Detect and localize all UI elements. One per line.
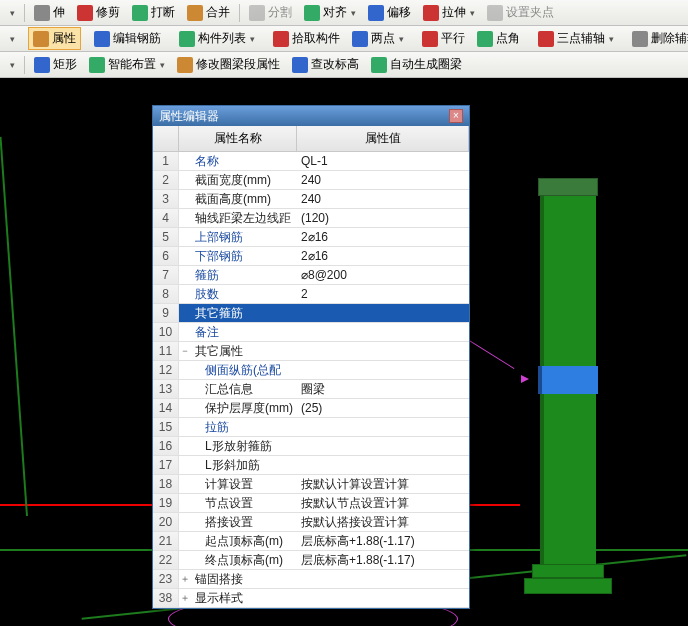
row-number: 38 xyxy=(153,589,179,607)
property-name: 保护层厚度(mm) xyxy=(191,400,297,417)
toolbar-label: 伸 xyxy=(53,4,65,21)
toolbar-矩形[interactable]: 矩形 xyxy=(29,53,82,76)
row-number: 4 xyxy=(153,209,179,227)
toolbar-lead[interactable]: ▾ xyxy=(4,57,20,73)
toolbar-拾取构件[interactable]: 拾取构件 xyxy=(268,27,345,50)
close-icon[interactable]: × xyxy=(449,109,463,123)
property-value[interactable]: ⌀8@200 xyxy=(297,268,469,282)
property-row[interactable]: 10备注 xyxy=(153,323,469,342)
property-row[interactable]: 22终点顶标高(m)层底标高+1.88(-1.17) xyxy=(153,551,469,570)
property-row[interactable]: 16L形放射箍筋 xyxy=(153,437,469,456)
property-row[interactable]: 4轴线距梁左边线距(120) xyxy=(153,209,469,228)
toolbar-点角[interactable]: 点角 xyxy=(472,27,525,50)
property-row[interactable]: 12侧面纵筋(总配 xyxy=(153,361,469,380)
property-row[interactable]: 1名称QL-1 xyxy=(153,152,469,171)
row-number: 23 xyxy=(153,570,179,588)
table-header: 属性名称 属性值 xyxy=(153,126,469,152)
toolbar-查改标高[interactable]: 查改标高 xyxy=(287,53,364,76)
property-row[interactable]: 11－其它属性 xyxy=(153,342,469,361)
toolbar-修剪[interactable]: 修剪 xyxy=(72,1,125,24)
property-value[interactable]: (25) xyxy=(297,401,469,415)
property-row[interactable]: 3截面高度(mm)240 xyxy=(153,190,469,209)
property-value[interactable]: 层底标高+1.88(-1.17) xyxy=(297,552,469,569)
property-value[interactable]: 2⌀16 xyxy=(297,249,469,263)
toolbar-自动生成圈梁[interactable]: 自动生成圈梁 xyxy=(366,53,467,76)
property-row[interactable]: 2截面宽度(mm)240 xyxy=(153,171,469,190)
property-row[interactable]: 23＋锚固搭接 xyxy=(153,570,469,589)
property-name: 名称 xyxy=(191,153,297,170)
toolbar-平行[interactable]: 平行 xyxy=(417,27,470,50)
toolbar-拉伸[interactable]: 拉伸▾ xyxy=(418,1,480,24)
expand-icon[interactable]: － xyxy=(179,344,191,358)
toolbar-label: 打断 xyxy=(151,4,175,21)
row-number: 16 xyxy=(153,437,179,455)
toolbar-lead[interactable]: ▾ xyxy=(4,5,20,21)
property-row[interactable]: 19节点设置按默认节点设置计算 xyxy=(153,494,469,513)
property-value[interactable]: (120) xyxy=(297,211,469,225)
property-value[interactable]: 按默认计算设置计算 xyxy=(297,476,469,493)
property-value[interactable]: 2 xyxy=(297,287,469,301)
toolbar-修改圈梁段属性[interactable]: 修改圈梁段属性 xyxy=(172,53,285,76)
property-value[interactable]: 240 xyxy=(297,173,469,187)
property-row[interactable]: 5上部钢筋2⌀16 xyxy=(153,228,469,247)
header-name: 属性名称 xyxy=(179,126,297,151)
tool-icon xyxy=(477,31,493,47)
toolbar-lead[interactable]: ▾ xyxy=(4,31,20,47)
toolbar-偏移[interactable]: 偏移 xyxy=(363,1,416,24)
toolbar-两点[interactable]: 两点▾ xyxy=(347,27,409,50)
toolbar-伸[interactable]: 伸 xyxy=(29,1,70,24)
row-number: 22 xyxy=(153,551,179,569)
toolbar-删除辅轴[interactable]: 删除辅轴 xyxy=(627,27,688,50)
toolbar-三点辅轴[interactable]: 三点辅轴▾ xyxy=(533,27,619,50)
property-value[interactable]: 按默认搭接设置计算 xyxy=(297,514,469,531)
toolbar-分割[interactable]: 分割 xyxy=(244,1,297,24)
toolbar-设置夹点[interactable]: 设置夹点 xyxy=(482,1,559,24)
property-row[interactable]: 18计算设置按默认计算设置计算 xyxy=(153,475,469,494)
row-number: 20 xyxy=(153,513,179,531)
tool-icon xyxy=(632,31,648,47)
property-row[interactable]: 17L形斜加筋 xyxy=(153,456,469,475)
toolbar-label: 矩形 xyxy=(53,56,77,73)
row-number: 13 xyxy=(153,380,179,398)
property-name: 肢数 xyxy=(191,286,297,303)
toolbar-合并[interactable]: 合并 xyxy=(182,1,235,24)
toolbar-属性[interactable]: 属性 xyxy=(28,27,81,50)
dialog-titlebar[interactable]: 属性编辑器 × xyxy=(153,106,469,126)
property-row[interactable]: 13汇总信息圈梁 xyxy=(153,380,469,399)
property-row[interactable]: 38＋显示样式 xyxy=(153,589,469,608)
ring-beam[interactable] xyxy=(538,366,598,394)
property-row[interactable]: 20搭接设置按默认搭接设置计算 xyxy=(153,513,469,532)
property-editor-dialog[interactable]: 属性编辑器 × 属性名称 属性值 1名称QL-12截面宽度(mm)2403截面高… xyxy=(152,105,470,609)
property-row[interactable]: 8肢数2 xyxy=(153,285,469,304)
toolbar-label: 属性 xyxy=(52,30,76,47)
toolbar-label: 拾取构件 xyxy=(292,30,340,47)
toolbar-对齐[interactable]: 对齐▾ xyxy=(299,1,361,24)
toolbar-label: 编辑钢筋 xyxy=(113,30,161,47)
property-row[interactable]: 9其它箍筋 xyxy=(153,304,469,323)
property-row[interactable]: 21起点顶标高(m)层底标高+1.88(-1.17) xyxy=(153,532,469,551)
column-model[interactable] xyxy=(538,178,598,608)
property-value[interactable]: 按默认节点设置计算 xyxy=(297,495,469,512)
expand-icon[interactable]: ＋ xyxy=(179,572,191,586)
toolbar-智能布置[interactable]: 智能布置▾ xyxy=(84,53,170,76)
property-value[interactable]: QL-1 xyxy=(297,154,469,168)
property-row[interactable]: 7箍筋⌀8@200 xyxy=(153,266,469,285)
tool-icon xyxy=(77,5,93,21)
property-row[interactable]: 6下部钢筋2⌀16 xyxy=(153,247,469,266)
row-number: 5 xyxy=(153,228,179,246)
expand-icon[interactable]: ＋ xyxy=(179,591,191,605)
property-name: 箍筋 xyxy=(191,267,297,284)
property-name: 上部钢筋 xyxy=(191,229,297,246)
toolbar-编辑钢筋[interactable]: 编辑钢筋 xyxy=(89,27,166,50)
property-name: 搭接设置 xyxy=(191,514,297,531)
tool-icon xyxy=(304,5,320,21)
property-value[interactable]: 圈梁 xyxy=(297,381,469,398)
property-value[interactable]: 2⌀16 xyxy=(297,230,469,244)
toolbar-构件列表[interactable]: 构件列表▾ xyxy=(174,27,260,50)
property-value[interactable]: 240 xyxy=(297,192,469,206)
property-value[interactable]: 层底标高+1.88(-1.17) xyxy=(297,533,469,550)
tool-icon xyxy=(273,31,289,47)
toolbar-打断[interactable]: 打断 xyxy=(127,1,180,24)
property-row[interactable]: 14保护层厚度(mm)(25) xyxy=(153,399,469,418)
property-row[interactable]: 15拉筋 xyxy=(153,418,469,437)
